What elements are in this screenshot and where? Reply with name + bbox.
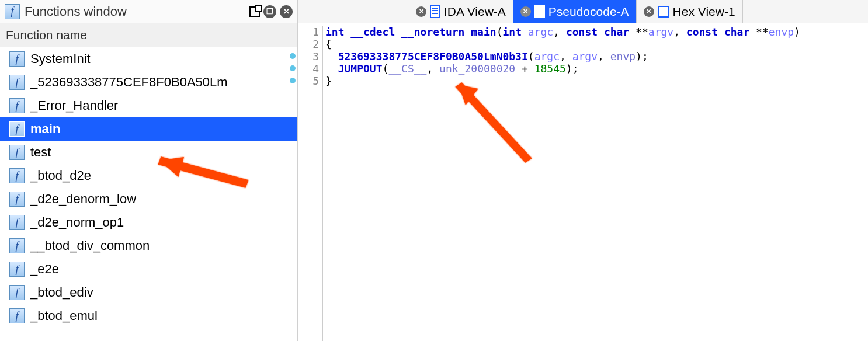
breakpoint-dot[interactable] [290, 53, 296, 59]
line-number[interactable]: 4 [298, 62, 319, 75]
function-icon: f [9, 145, 25, 160]
function-icon: f [9, 98, 25, 113]
close-button[interactable]: ✕ [280, 5, 293, 18]
function-icon: f [9, 285, 25, 300]
tab-label: Hex View-1 [673, 5, 735, 19]
function-name: test [30, 145, 51, 160]
function-row[interactable]: f_btod_d2e [0, 164, 297, 187]
doc-icon [534, 5, 545, 18]
function-name: _d2e_denorm_low [30, 192, 136, 207]
function-icon: f [5, 4, 20, 19]
function-icon: f [9, 262, 25, 277]
function-name: __btod_div_common [30, 238, 150, 253]
function-icon: f [9, 215, 25, 230]
line-number[interactable]: 2 [298, 38, 319, 50]
line-number[interactable]: 3 [298, 50, 319, 62]
function-row[interactable]: f_523693338775CEF8F0B0A50Lm [0, 71, 297, 94]
function-name: _btod_ediv [30, 285, 93, 300]
doc-icon [430, 5, 440, 18]
function-name: main [30, 121, 60, 137]
function-icon: f [9, 75, 25, 90]
function-row[interactable]: ftest [0, 141, 297, 164]
function-icon: f [9, 121, 25, 137]
function-row[interactable]: f_btod_ediv [0, 281, 297, 304]
hex-icon [658, 6, 669, 18]
title-controls: ❐ ✕ [249, 5, 293, 18]
tab[interactable]: ✕Hex View-1 [637, 0, 743, 23]
function-name: _btod_emul [30, 308, 98, 323]
function-name: _e2e [30, 262, 59, 277]
function-row[interactable]: f_Error_Handler [0, 94, 297, 117]
function-row[interactable]: fSystemInit [0, 47, 297, 71]
function-icon: f [9, 238, 25, 253]
breakpoint-dot[interactable] [290, 78, 296, 83]
tab-bar: ✕IDA View-A✕Pseudocode-A✕Hex View-1 [298, 0, 868, 23]
function-icon: f [9, 308, 25, 323]
close-icon[interactable]: ✕ [644, 6, 654, 17]
breakpoint-dot[interactable] [290, 65, 296, 71]
tab[interactable]: ✕IDA View-A [409, 0, 513, 23]
column-header[interactable]: Function name [0, 23, 297, 47]
function-row[interactable]: f_d2e_denorm_low [0, 187, 297, 211]
panel-title-bar: f Functions window ❐ ✕ [0, 0, 297, 23]
functions-panel: f Functions window ❐ ✕ Function name fSy… [0, 0, 298, 341]
function-icon: f [9, 51, 25, 67]
gutter: 12345 [298, 26, 322, 341]
tab-label: IDA View-A [444, 5, 506, 19]
restore-button[interactable]: ❐ [263, 5, 276, 18]
function-row[interactable]: f_d2e_norm_op1 [0, 211, 297, 234]
function-name: _btod_d2e [30, 168, 91, 183]
code-lines[interactable]: int __cdecl __noreturn main(int argc, co… [322, 26, 868, 341]
detach-icon[interactable] [249, 6, 260, 17]
function-name: _d2e_norm_op1 [30, 215, 124, 230]
code-area[interactable]: 12345 int __cdecl __noreturn main(int ar… [298, 23, 868, 341]
function-list: fSystemInitf_523693338775CEF8F0B0A50Lmf_… [0, 47, 297, 341]
function-row[interactable]: f_e2e [0, 258, 297, 281]
function-name: _523693338775CEF8F0B0A50Lm [30, 75, 228, 90]
function-name: SystemInit [30, 51, 91, 67]
line-number[interactable]: 5 [298, 75, 319, 87]
function-icon: f [9, 192, 25, 207]
function-icon: f [9, 168, 25, 183]
tab[interactable]: ✕Pseudocode-A [513, 0, 637, 23]
line-number[interactable]: 1 [298, 26, 319, 38]
function-row[interactable]: f_btod_emul [0, 304, 297, 328]
tab-label: Pseudocode-A [548, 5, 629, 19]
code-panel: ✕IDA View-A✕Pseudocode-A✕Hex View-1 1234… [298, 0, 868, 341]
panel-title: Functions window [25, 4, 245, 19]
function-row[interactable]: f__btod_div_common [0, 234, 297, 258]
function-row[interactable]: fmain [0, 117, 297, 141]
function-name: _Error_Handler [30, 98, 118, 113]
close-icon[interactable]: ✕ [416, 6, 426, 17]
close-icon[interactable]: ✕ [520, 6, 531, 17]
